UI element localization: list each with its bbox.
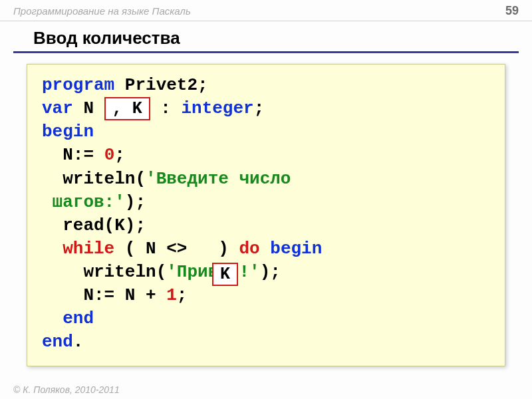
code-line-4: N:= 0; bbox=[42, 144, 490, 167]
num-one: 1 bbox=[166, 285, 177, 305]
kw-integer: integer bbox=[181, 98, 253, 118]
num-zero: 0 bbox=[104, 145, 115, 165]
code-line-8: while ( N <> ) do begin bbox=[42, 237, 490, 261]
kw-begin-inner: begin bbox=[260, 239, 323, 259]
string-part1: 'Введите число bbox=[146, 169, 291, 189]
code-writeln2-open: writeln( bbox=[42, 262, 166, 282]
code-line-5: writeln('Введите число bbox=[42, 168, 490, 191]
page-number: 59 bbox=[505, 4, 519, 18]
code-dot: . bbox=[73, 332, 84, 352]
string-part2: шагов:' bbox=[42, 192, 125, 212]
code-incr: N:= N + bbox=[42, 285, 166, 305]
code-semi-4: ; bbox=[114, 145, 125, 165]
code-line-2: var N , K : integer; bbox=[42, 97, 490, 120]
kw-program: program bbox=[42, 75, 114, 95]
annotation-k: K bbox=[212, 263, 238, 286]
kw-do: do bbox=[239, 239, 259, 259]
annotation-comma-k: , K bbox=[104, 97, 150, 120]
footer-copyright: © К. Поляков, 2010-2011 bbox=[13, 384, 120, 395]
slide-title: Ввод количества bbox=[13, 21, 519, 53]
code-line-1: program Privet2; bbox=[42, 74, 490, 97]
kw-end-inner: end bbox=[42, 309, 94, 329]
course-title: Программирование на языке Паскаль bbox=[13, 5, 191, 17]
code-assign-n: N:= bbox=[42, 145, 104, 165]
code-line-7: read(K); bbox=[42, 214, 490, 237]
code-semi: ; bbox=[254, 98, 265, 118]
code-line-9: writeln('Привет!'); bbox=[42, 261, 490, 284]
code-writeln2-close: ); bbox=[260, 262, 281, 282]
kw-var: var bbox=[42, 98, 73, 118]
code-semi-10: ; bbox=[177, 285, 188, 305]
code-colon: : bbox=[150, 98, 182, 118]
code-writeln1-open: writeln( bbox=[42, 169, 146, 189]
code-line-11: end bbox=[42, 307, 490, 331]
var-n: N bbox=[73, 98, 104, 118]
code-block: program Privet2; var N , K : integer; be… bbox=[27, 64, 505, 366]
kw-begin: begin bbox=[42, 122, 94, 142]
slide-header: Программирование на языке Паскаль 59 bbox=[0, 0, 532, 21]
code-read: read(K); bbox=[42, 215, 146, 235]
while-cond: ( N <> ) bbox=[114, 239, 239, 259]
program-name: Privet2; bbox=[114, 75, 207, 95]
code-writeln1-close: ); bbox=[125, 192, 146, 212]
code-line-12: end. bbox=[42, 331, 490, 354]
kw-end: end bbox=[42, 332, 73, 352]
code-line-10: N:= N + 1; bbox=[42, 284, 490, 307]
code-line-6: шагов:'); bbox=[42, 191, 490, 214]
kw-while: while bbox=[42, 239, 114, 259]
code-line-3: begin bbox=[42, 120, 490, 144]
